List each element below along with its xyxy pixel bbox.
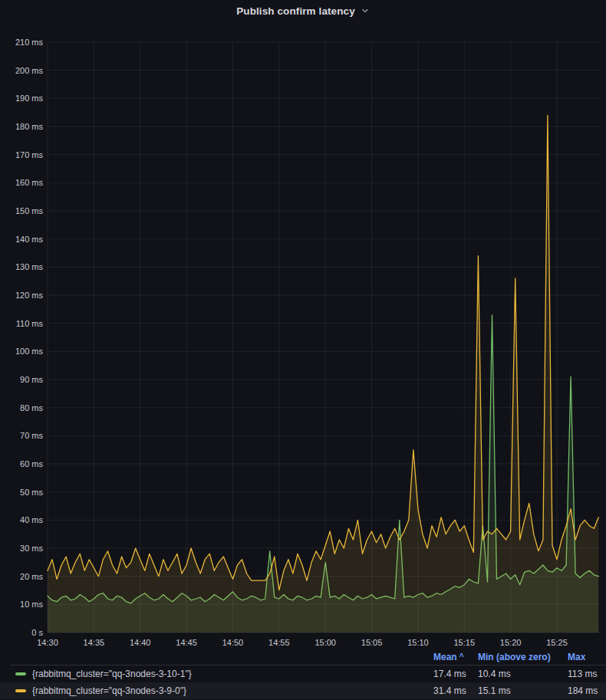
chevron-down-icon[interactable]: [361, 6, 370, 15]
y-axis-tick-label: 20 ms: [20, 572, 43, 581]
legend-header-row: Mean^ Min (above zero) Max: [0, 649, 606, 665]
series-color-swatch[interactable]: [15, 689, 26, 692]
y-axis-tick-label: 90 ms: [20, 375, 43, 384]
legend-col-max[interactable]: Max: [568, 652, 606, 662]
series-max-value: 113 ms: [568, 669, 606, 679]
y-axis-tick-label: 130 ms: [15, 262, 44, 271]
chart-area[interactable]: 0 s10 ms20 ms30 ms40 ms50 ms60 ms70 ms80…: [0, 21, 606, 649]
y-axis-tick-label: 150 ms: [15, 206, 44, 215]
y-axis-tick-label: 50 ms: [20, 488, 43, 497]
y-axis-tick-label: 120 ms: [15, 291, 44, 300]
x-axis-tick-label: 14:50: [222, 638, 244, 647]
y-axis-tick-label: 30 ms: [20, 544, 43, 553]
series-label[interactable]: {rabbitmq_cluster="qq-3nodes-3-10-1"}: [32, 669, 192, 679]
legend-row-series-1: {rabbitmq_cluster="qq-3nodes-3-10-1"} 17…: [0, 665, 606, 682]
legend-col-mean[interactable]: Mean^: [433, 652, 478, 662]
y-axis-tick-label: 40 ms: [20, 515, 43, 524]
x-axis-tick-label: 14:45: [176, 638, 197, 647]
timeseries-plot[interactable]: 0 s10 ms20 ms30 ms40 ms50 ms60 ms70 ms80…: [0, 21, 606, 649]
y-axis-tick-label: 80 ms: [20, 403, 43, 412]
y-axis-tick-label: 60 ms: [20, 459, 43, 468]
legend-table: Mean^ Min (above zero) Max {rabbitmq_clu…: [0, 649, 606, 700]
y-axis-tick-label: 0 s: [31, 628, 43, 637]
y-axis-tick-label: 160 ms: [15, 178, 44, 187]
series-area-fill-2: [48, 115, 598, 633]
series-color-swatch[interactable]: [15, 672, 26, 675]
sort-ascending-icon: ^: [459, 652, 464, 661]
x-axis-tick-label: 14:30: [37, 638, 58, 647]
series-mean-value: 17.4 ms: [433, 669, 478, 679]
x-axis-tick-label: 15:00: [315, 638, 336, 647]
y-axis-tick-label: 200 ms: [15, 66, 44, 75]
y-axis-tick-label: 70 ms: [20, 431, 43, 440]
legend-col-min[interactable]: Min (above zero): [478, 652, 568, 662]
y-axis-tick-label: 210 ms: [15, 38, 44, 47]
x-axis-tick-label: 14:55: [268, 638, 290, 647]
series-label[interactable]: {rabbitmq_cluster="qq-3nodes-3-9-0"}: [32, 685, 186, 696]
x-axis-tick-label: 14:40: [130, 638, 151, 647]
x-axis-tick-label: 15:20: [500, 638, 522, 647]
legend-row-series-2: {rabbitmq_cluster="qq-3nodes-3-9-0"} 31.…: [0, 682, 606, 699]
legend-col-mean-label: Mean: [433, 652, 457, 662]
y-axis-tick-label: 140 ms: [15, 235, 44, 244]
series-min-value: 10.4 ms: [478, 669, 568, 679]
panel-header[interactable]: Publish confirm latency: [0, 0, 606, 21]
grafana-panel: Publish confirm latency 0 s10 ms20 ms30 …: [0, 0, 606, 700]
y-axis-tick-label: 180 ms: [15, 122, 44, 131]
x-axis-tick-label: 15:15: [454, 638, 476, 647]
y-axis-tick-label: 100 ms: [15, 347, 44, 356]
x-axis-tick-label: 14:35: [84, 638, 105, 647]
y-axis-tick-label: 110 ms: [16, 319, 44, 328]
x-axis-tick-label: 15:10: [407, 638, 429, 647]
y-axis-tick-label: 190 ms: [15, 94, 44, 103]
x-axis-tick-label: 15:05: [361, 638, 383, 647]
y-axis-tick-label: 10 ms: [20, 600, 43, 609]
panel-title[interactable]: Publish confirm latency: [236, 5, 355, 17]
series-mean-value: 31.4 ms: [433, 685, 478, 696]
y-axis-tick-label: 170 ms: [15, 150, 44, 159]
x-axis-tick-label: 15:25: [546, 638, 568, 647]
series-min-value: 15.1 ms: [478, 685, 568, 696]
series-max-value: 184 ms: [568, 685, 606, 696]
